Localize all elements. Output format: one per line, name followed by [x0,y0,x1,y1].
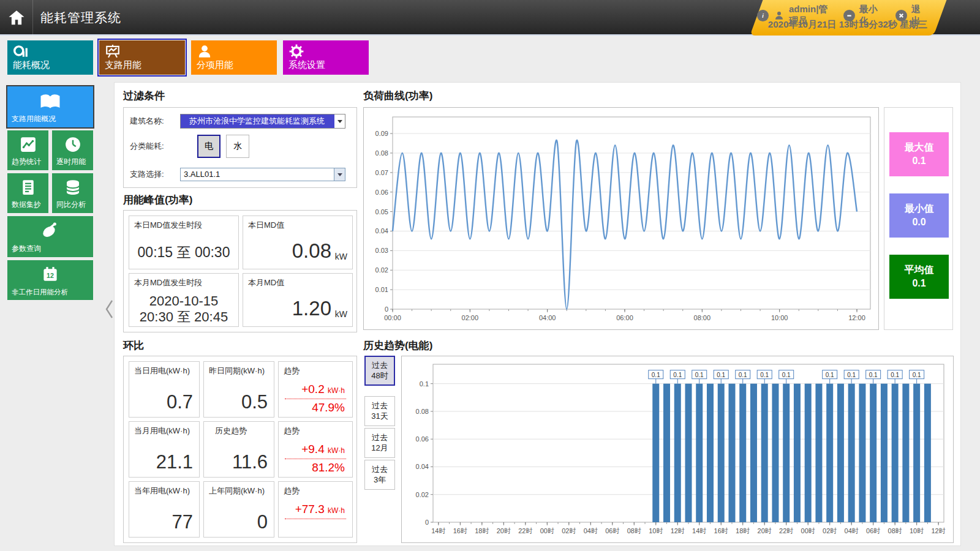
book-icon [7,91,93,112]
svg-text:04时: 04时 [584,527,598,534]
svg-text:06:00: 06:00 [616,314,633,321]
database-icon [52,178,93,197]
svg-text:06时: 06时 [866,527,880,534]
svg-text:12时: 12时 [671,527,685,534]
sidebar-item-parameter-query[interactable]: 参数查询 [7,216,93,257]
sidebar-item-hourly-energy[interactable]: 逐时用能 [52,130,93,170]
svg-text:02时: 02时 [823,527,837,534]
peak-month-md-value: 1.20 [292,297,331,320]
sidebar-item-label: 逐时用能 [56,157,86,167]
home-button[interactable] [0,0,33,36]
huanbi-cell: 上年同期(kW·h) 0 [203,481,274,538]
svg-text:0.08: 0.08 [416,408,429,415]
load-stats-panel: 最大值 0.1 最小值 0.0 平均值 0.1 [884,107,953,330]
huanbi-trend-cell: 趋势 +9.4 kW·h 81.2% [278,421,353,478]
svg-text:02:00: 02:00 [462,314,479,321]
svg-text:0: 0 [425,519,429,526]
svg-text:22时: 22时 [779,527,793,534]
nav-branch-energy[interactable]: 支路用能 [99,40,185,75]
sidebar-item-nonworkday-analysis[interactable]: 12 非工作日用能分析 [7,260,93,300]
main-content: 过滤条件 建筑名称: 苏州市沧浪中学监控建筑能耗监测系统 分类能耗: 电 水 支… [114,82,961,546]
svg-text:12:00: 12:00 [848,314,865,321]
svg-text:0.07: 0.07 [375,169,388,176]
peak-month-md-unit: kW [335,309,347,319]
svg-text:0.1: 0.1 [869,372,878,378]
svg-text:10时: 10时 [910,527,924,534]
range-3y-button[interactable]: 过去3年 [364,460,395,490]
min-value: 0.0 [912,216,925,229]
svg-text:0.1: 0.1 [717,372,725,378]
sidebar-item-label: 参数查询 [12,244,41,254]
header-user-badge: i admin|管理员 最小化 退出 2020年10月21日 13时13分32秒… [757,0,941,36]
sidebar-item-data-collection[interactable]: 数据集抄 [7,173,48,213]
range-48h-button[interactable]: 过去48时 [364,356,395,386]
svg-text:0.06: 0.06 [416,435,429,443]
svg-text:00时: 00时 [801,527,815,534]
svg-text:08:00: 08:00 [694,314,711,321]
range-12m-button[interactable]: 过去12月 [364,428,395,458]
min-value-badge: 最小值 0.0 [889,193,949,238]
peak-cell-month-period: 本月MD值发生时段 2020-10-15 20:30 至 20:45 [129,273,239,327]
svg-text:04时: 04时 [845,527,859,534]
avg-value: 0.1 [912,277,925,290]
svg-text:12: 12 [47,272,54,279]
svg-text:06时: 06时 [605,527,619,534]
svg-text:14时: 14时 [431,527,445,534]
svg-text:08时: 08时 [888,527,902,534]
sidebar-item-trend-stats[interactable]: 趋势统计 [7,130,48,170]
huanbi-cell: 当年用电(kW·h) 77 [129,481,200,538]
peak-month-date: 2020-10-15 [129,293,238,309]
svg-text:10时: 10时 [649,527,663,534]
nav-subitem-energy[interactable]: 分项用能 [191,40,277,75]
range-31d-button[interactable]: 过去31天 [364,396,395,426]
calendar-icon: 12 [7,265,93,283]
svg-text:02时: 02时 [562,527,576,534]
branch-select[interactable]: 3.ALL01.1 [180,168,345,181]
nav-system-settings[interactable]: 系统设置 [283,40,369,75]
svg-text:0: 0 [385,305,388,313]
history-trend-title: 历史趋势(电能) [363,339,432,353]
sidebar-item-yoy-analysis[interactable]: 同比分析 [52,173,93,213]
svg-text:0.1: 0.1 [695,372,704,378]
svg-text:0.06: 0.06 [375,189,388,196]
svg-text:0.1: 0.1 [760,372,769,378]
svg-text:0.09: 0.09 [375,130,388,137]
sidebar-item-label: 数据集抄 [12,200,41,210]
branch-select-label: 支路选择: [130,169,180,180]
svg-text:0.04: 0.04 [375,227,388,234]
building-select[interactable]: 苏州市沧浪中学监控建筑能耗监测系统 [180,114,345,129]
chevron-down-icon[interactable] [334,168,345,181]
load-curve-chart: 00.010.020.030.040.050.060.070.080.0900:… [366,110,876,328]
svg-text:12时: 12时 [932,527,946,534]
peak-today-md-unit: kW [335,252,347,261]
svg-text:0.1: 0.1 [739,372,747,378]
peak-box: 本日MD值发生时段 00:15 至 00:30 本日MD值 0.08 kW 本月… [123,210,357,332]
header: 能耗管理系统 i admin|管理员 最小化 退出 2020年10月21日 13… [0,0,980,36]
filter-box: 建筑名称: 苏州市沧浪中学监控建筑能耗监测系统 分类能耗: 电 水 支路选择: … [123,107,357,188]
sidebar-item-label: 同比分析 [56,200,86,210]
svg-text:0.02: 0.02 [416,491,429,498]
satellite-dish-icon [7,221,93,241]
load-curve-panel: 00.010.020.030.040.050.060.070.080.0900:… [363,107,879,330]
peak-section-title: 用能峰值(功率) [123,193,192,207]
nav-energy-overview[interactable]: 能耗概况 [7,40,93,75]
history-bar-chart: 00.020.040.060.080.114时16时18时20时22时00时02… [404,358,951,541]
svg-text:0.08: 0.08 [375,149,388,157]
nav-label: 支路用能 [105,59,141,71]
collapse-sidebar-chevron-icon[interactable] [104,299,114,322]
svg-text:0.1: 0.1 [891,372,899,378]
peak-cell-today-md: 本日MD值 0.08 kW [243,216,353,269]
svg-text:20时: 20时 [497,527,511,534]
svg-text:18时: 18时 [736,527,750,534]
svg-text:0.1: 0.1 [652,372,660,378]
chevron-down-icon[interactable] [334,114,345,128]
svg-text:0.1: 0.1 [913,372,921,378]
svg-text:22时: 22时 [518,527,532,534]
category-electric-button[interactable]: 电 [197,135,221,158]
peak-cell-today-period: 本日MD值发生时段 00:15 至 00:30 [129,216,239,269]
history-range-buttons: 过去48时 过去31天 过去12月 过去3年 [364,356,396,543]
category-water-button[interactable]: 水 [226,135,249,158]
sidebar-item-branch-overview[interactable]: 支路用能概况 [7,86,93,127]
category-label: 分类能耗: [130,141,180,152]
svg-text:00时: 00时 [540,527,554,534]
